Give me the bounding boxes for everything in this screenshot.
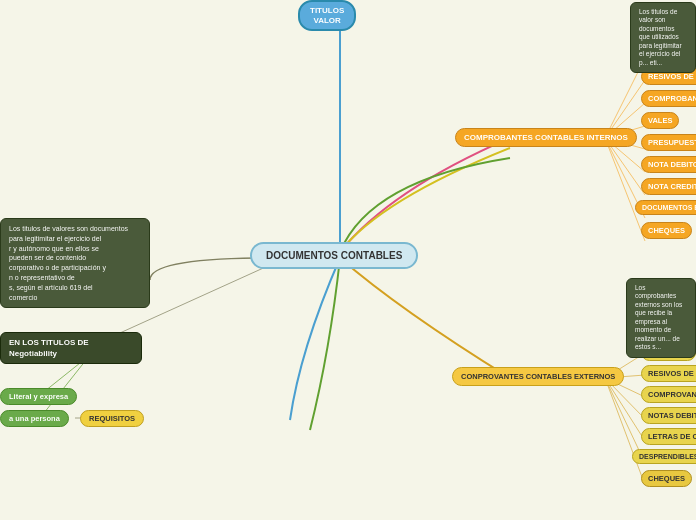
right-item-cheques-ext[interactable]: CHEQUES [641,470,692,487]
right-item-cheques-int[interactable]: CHEQUES [641,222,692,239]
left-title[interactable]: EN LOS TITULOS DE Negotiability [0,332,142,364]
right-item-desprend-ext[interactable]: DESPRENDIBLES DE P... [632,449,696,464]
left-desc: Los titulos de valores son documentos pa… [0,218,150,308]
internal-comprobantes-node[interactable]: COMPROBANTES CONTABLES INTERNOS [455,128,637,147]
svg-line-9 [605,138,645,241]
top-right-desc: Los titulos de valor son documentos que … [630,2,696,73]
right-item-letras-ext[interactable]: LETRAS DE CAMBIO [641,428,696,445]
right-item-vales-int[interactable]: VALES [641,112,679,129]
right-item-notas-debito-ext[interactable]: NOTAS DEBITO [641,407,696,424]
main-node[interactable]: DOCUMENTOS CONTABLES [250,242,418,269]
external-comprobantes-node[interactable]: CONPROVANTES CONTABLES EXTERNOS [452,367,624,386]
left-literal[interactable]: Literal y expresa [0,388,77,405]
svg-line-14 [605,378,645,441]
svg-line-16 [605,378,645,485]
right-item-comprovantes-ext[interactable]: COMPROVANTES [641,386,696,403]
svg-line-19 [40,355,90,418]
left-persona[interactable]: a una persona [0,410,69,427]
right-item-nota-debito-int[interactable]: NOTA DEBITO [641,156,696,173]
right-item-resivos-ext[interactable]: RESIVOS DE CAJA [641,365,696,382]
right-item-presupuestos-int[interactable]: PRESUPUESTOS [641,134,696,151]
right-item-nota-credito-int[interactable]: NOTA CREDITO [641,178,696,195]
left-requisitos[interactable]: REQUISITOS [80,410,144,427]
right-item-doc-equiv-int[interactable]: DOCUMENTOS EQUIV... [635,200,696,215]
right-item-comprobantes-int[interactable]: COMPROBANTES [641,90,696,107]
mid-right-desc: Los comprobantes externos son los que re… [626,278,696,358]
top-node[interactable]: TITULOSVALOR [298,0,356,31]
